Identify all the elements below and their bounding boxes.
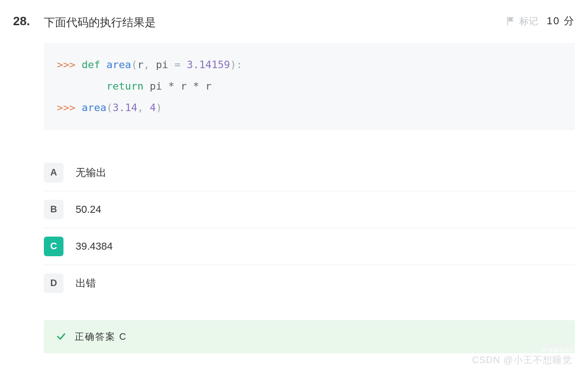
code-arg: pi bbox=[156, 59, 175, 70]
code-fn: area bbox=[82, 102, 106, 113]
choice-b[interactable]: B50.24 bbox=[44, 191, 575, 228]
choice-a[interactable]: A无输出 bbox=[44, 154, 575, 191]
question-body: >>> def area(r, pi = 3.14159): return pi… bbox=[44, 43, 575, 353]
code-eq: = bbox=[175, 59, 187, 70]
question-points: 10 分 bbox=[546, 14, 575, 28]
code-indent bbox=[57, 80, 106, 92]
flag-icon bbox=[505, 16, 516, 26]
mark-button[interactable]: 标记 bbox=[505, 15, 538, 28]
check-icon bbox=[56, 331, 66, 342]
choice-text: 出错 bbox=[76, 276, 96, 290]
mark-label: 标记 bbox=[519, 15, 538, 28]
correct-answer-box: 正确答案 C bbox=[44, 320, 575, 353]
code-prompt: >>> bbox=[57, 102, 82, 113]
code-number: 3.14 bbox=[112, 102, 137, 113]
question-page: 28. 下面代码的执行结果是 标记 10 分 >>> def area(r, p… bbox=[0, 0, 588, 371]
question-meta: 标记 10 分 bbox=[505, 14, 575, 28]
choice-text: 39.4384 bbox=[76, 240, 113, 252]
choice-letter: C bbox=[44, 237, 63, 256]
choice-letter: A bbox=[44, 163, 63, 182]
code-number: 3.14159 bbox=[187, 59, 230, 70]
code-number: 4 bbox=[150, 102, 156, 113]
code-prompt: >>> bbox=[57, 59, 82, 70]
code-paren: ) bbox=[156, 102, 162, 113]
code-paren: ( bbox=[106, 102, 112, 113]
code-fn: area bbox=[106, 59, 131, 70]
code-arg: r bbox=[137, 59, 143, 70]
choice-text: 50.24 bbox=[76, 203, 101, 216]
choice-c[interactable]: C39.4384 bbox=[44, 228, 575, 265]
question-text: 下面代码的执行结果是 bbox=[44, 14, 505, 30]
code-keyword: return bbox=[106, 80, 143, 92]
choice-list: A无输出B50.24C39.4384D出错 bbox=[44, 154, 575, 301]
choice-d[interactable]: D出错 bbox=[44, 265, 575, 301]
code-paren: ( bbox=[131, 59, 137, 70]
question-header: 28. 下面代码的执行结果是 标记 10 分 bbox=[13, 14, 575, 30]
question-number: 28. bbox=[13, 14, 44, 28]
choice-text: 无输出 bbox=[76, 166, 106, 180]
code-paren: ): bbox=[230, 59, 243, 70]
code-expr: pi * r * r bbox=[143, 80, 211, 92]
choice-letter: D bbox=[44, 273, 63, 293]
code-block: >>> def area(r, pi = 3.14159): return pi… bbox=[44, 43, 575, 130]
code-keyword: def bbox=[82, 59, 100, 70]
choice-letter: B bbox=[44, 200, 63, 219]
correct-answer-text: 正确答案 C bbox=[75, 330, 127, 343]
watermark-credit: CSDN @小王不想睡觉 bbox=[472, 354, 572, 366]
code-comma: , bbox=[143, 59, 156, 70]
code-comma: , bbox=[137, 102, 150, 113]
